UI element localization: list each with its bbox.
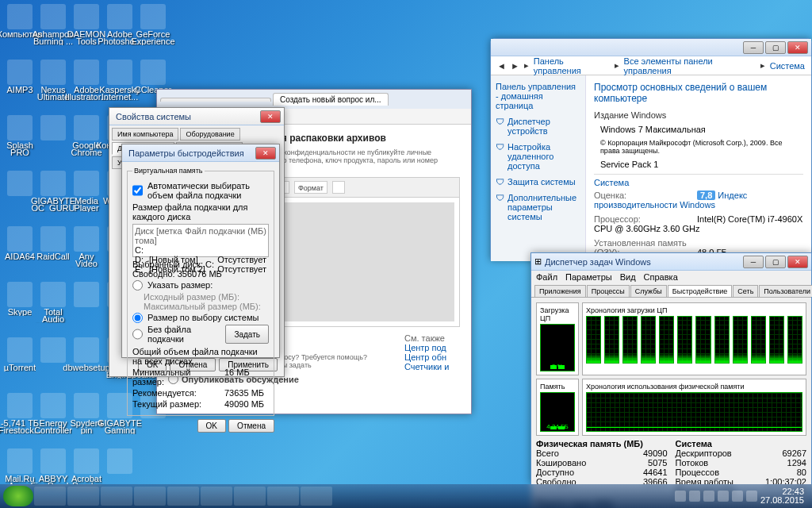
desktop-icon[interactable]: GIGABYTE OC_GURU bbox=[37, 171, 69, 212]
browser-tab-1[interactable] bbox=[160, 98, 271, 102]
taskbar-item[interactable] bbox=[34, 487, 66, 506]
tm-tab[interactable]: Быстродействие bbox=[668, 285, 733, 297]
cpu-core-graph bbox=[677, 316, 692, 364]
desktop-icon[interactable]: Any Video Convert... bbox=[71, 226, 102, 267]
tm-title: Диспетчер задач Windows bbox=[542, 257, 743, 267]
desktop-icon[interactable]: Splash PRO EX bbox=[4, 115, 36, 156]
browser-tab-2[interactable]: Создать новый вопрос ил... bbox=[273, 93, 389, 106]
taskbar-item[interactable] bbox=[167, 487, 199, 506]
maximize-button[interactable]: ▢ bbox=[765, 41, 786, 54]
desktop-icon[interactable]: µTorrent bbox=[4, 337, 36, 379]
tm-tab[interactable]: Пользователи bbox=[759, 285, 812, 297]
desktop-icon[interactable]: dbwebsetup bbox=[71, 337, 102, 379]
tray-icon[interactable] bbox=[746, 491, 757, 502]
side-link[interactable]: Счетчики и bbox=[404, 362, 460, 371]
breadcrumb[interactable]: Все элементы панели управления bbox=[624, 56, 756, 75]
custom-size-radio[interactable] bbox=[132, 280, 143, 291]
cp-home-link[interactable]: Панель управления - домашняя страница bbox=[496, 82, 580, 110]
system-size-radio[interactable] bbox=[132, 313, 143, 323]
maximize-button[interactable]: ▢ bbox=[765, 256, 786, 268]
tm-tab[interactable]: Службы bbox=[630, 285, 667, 297]
desktop-icon[interactable]: Nexus Ultimate bbox=[37, 60, 69, 101]
desktop-icon[interactable]: Total Audio Converter bbox=[37, 282, 69, 323]
tray-icon[interactable] bbox=[689, 491, 700, 502]
auto-pagefile-check[interactable] bbox=[132, 181, 143, 200]
back-icon[interactable]: ◄ bbox=[497, 61, 506, 71]
desktop-icon[interactable]: AIDA64 bbox=[4, 226, 36, 267]
breadcrumb[interactable]: Система bbox=[770, 61, 805, 71]
taskbar-item[interactable] bbox=[134, 487, 166, 506]
desktop-icon[interactable]: RaidCall bbox=[37, 226, 69, 267]
cpu-core-graph bbox=[622, 316, 638, 364]
desktop-icon[interactable]: Media Player Classic (x64) bbox=[71, 171, 102, 212]
breadcrumb[interactable]: Панель управления bbox=[534, 56, 610, 75]
tm-tab[interactable]: Приложения bbox=[534, 285, 586, 297]
cpu-core-graph bbox=[695, 316, 710, 364]
mem-meter: 4,34 ГБ bbox=[540, 392, 575, 432]
devmgr-link[interactable]: 🛡Диспетчер устройств bbox=[496, 117, 580, 136]
fwd-icon[interactable]: ► bbox=[511, 61, 519, 71]
edition-heading: Издание Windows bbox=[594, 110, 803, 120]
service-pack: Service Pack 1 bbox=[594, 160, 803, 169]
start-button[interactable] bbox=[3, 486, 33, 506]
taskbar-item[interactable] bbox=[267, 487, 299, 506]
taskbar-item[interactable] bbox=[101, 487, 132, 506]
address-bar[interactable]: ◄► ▸Панель управления ▸Все элементы пане… bbox=[491, 56, 811, 75]
minimize-button[interactable]: ─ bbox=[743, 41, 764, 54]
menu-item[interactable]: Справка bbox=[644, 272, 678, 282]
tray-icon[interactable] bbox=[732, 491, 743, 502]
close-button[interactable]: ✕ bbox=[255, 147, 276, 160]
desktop-icon[interactable]: GeForce Experience bbox=[137, 4, 169, 45]
set-button[interactable]: Задать bbox=[225, 325, 269, 344]
remote-link[interactable]: 🛡Настройка удаленного доступа bbox=[496, 142, 580, 171]
desktop-icon[interactable]: Компьютер bbox=[4, 4, 36, 45]
side-link[interactable]: Центр под bbox=[404, 343, 460, 352]
close-button[interactable]: ✕ bbox=[260, 110, 281, 123]
desktop-icon[interactable] bbox=[37, 337, 69, 379]
tray-icon[interactable] bbox=[718, 491, 729, 502]
sp-tab[interactable]: Имя компьютера bbox=[112, 128, 178, 140]
tray-icon[interactable] bbox=[703, 491, 714, 502]
no-pagefile-radio[interactable] bbox=[132, 325, 143, 344]
close-button[interactable]: ✕ bbox=[787, 41, 808, 54]
menu-item[interactable]: Файл bbox=[536, 272, 557, 282]
minimize-button[interactable]: ─ bbox=[743, 256, 764, 268]
desktop-icon[interactable]: -5,741 ТБ Firestock... bbox=[4, 393, 36, 434]
taskbar-item[interactable] bbox=[201, 487, 232, 506]
clock[interactable]: 22:4327.08.2015 bbox=[760, 487, 804, 505]
perf-options-window: Параметры быстродействия ✕ Виртуальная п… bbox=[121, 144, 280, 358]
sp-tab[interactable]: Оборудование bbox=[180, 128, 239, 140]
desktop-icon[interactable]: AIMP3 bbox=[4, 60, 36, 101]
advanced-link[interactable]: 🛡Дополнительные параметры системы bbox=[496, 193, 580, 221]
ok-button[interactable]: OK bbox=[197, 419, 226, 433]
sp-title: Свойства системы bbox=[113, 112, 260, 121]
protection-link[interactable]: 🛡Защита системы bbox=[496, 177, 580, 187]
disk-list[interactable]: Диск [метка тома]Файл подкачки (МБ) C:D:… bbox=[132, 224, 269, 257]
menu-item[interactable]: Параметры bbox=[565, 272, 612, 282]
taskbar-item[interactable] bbox=[67, 487, 99, 506]
cancel-button[interactable]: Отмена bbox=[228, 419, 274, 433]
cpu-core-graph bbox=[714, 316, 730, 364]
cpu-core-graph bbox=[769, 316, 784, 364]
desktop-icon[interactable]: Skype bbox=[4, 282, 36, 323]
tm-tab[interactable]: Процессы bbox=[587, 285, 630, 297]
taskbar-item[interactable] bbox=[234, 487, 266, 506]
close-button[interactable]: ✕ bbox=[787, 256, 808, 268]
side-link[interactable]: Центр обн bbox=[404, 352, 460, 362]
task-manager-window: ⊞Диспетчер задач Windows ─▢✕ ФайлПарамет… bbox=[530, 252, 812, 484]
wpi-score: 7,8 bbox=[697, 190, 715, 200]
tm-tab[interactable]: Сеть bbox=[733, 285, 758, 297]
desktop-icon[interactable]: Google Chrome bbox=[71, 115, 102, 156]
desktop-icon[interactable] bbox=[71, 282, 102, 323]
menu-item[interactable]: Вид bbox=[620, 272, 636, 282]
desktop-icon[interactable]: Kaspersky Internet... bbox=[104, 60, 136, 101]
mem-label: Память bbox=[540, 383, 575, 391]
shield-icon: 🛡 bbox=[496, 142, 504, 171]
desktop-icon[interactable]: Adobe Illustrator... bbox=[71, 60, 102, 101]
desktop-icon[interactable]: Ashampoo Burning ... bbox=[37, 4, 69, 45]
desktop-icon[interactable]: Energy Controller 2 bbox=[37, 393, 69, 434]
taskbar-item[interactable] bbox=[301, 487, 332, 506]
tray-icon[interactable] bbox=[675, 491, 686, 502]
cp-heading: Просмотр основных сведений о вашем компь… bbox=[594, 82, 803, 104]
desktop-icon[interactable] bbox=[37, 115, 69, 156]
